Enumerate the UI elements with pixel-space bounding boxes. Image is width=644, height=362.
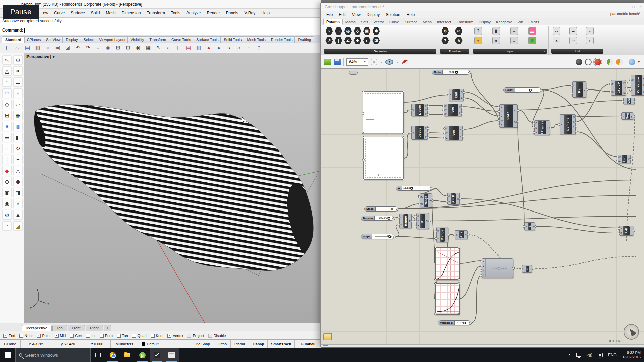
osnap-checkbox-project[interactable] [187, 334, 191, 338]
gh-tab-intersect[interactable]: Intersect [434, 19, 454, 25]
gh-group-label-geometry[interactable]: Geometry [324, 49, 436, 54]
preview-eye-icon[interactable]: ● [385, 59, 393, 65]
rhino-toolbar-tab-curve-tools[interactable]: Curve Tools [168, 36, 194, 43]
recording-pause-overlay[interactable]: Pause [3, 5, 39, 19]
osnap-cen[interactable]: Cen [70, 334, 82, 338]
port-t[interactable]: t [623, 86, 625, 89]
port-C[interactable]: C [612, 90, 614, 93]
graph-handle[interactable] [434, 313, 436, 315]
port-y[interactable]: y [631, 115, 632, 117]
new-file-icon[interactable]: ▯ [3, 44, 11, 52]
gh-node-a-b[interactable]: ABA×BR [447, 193, 460, 205]
osnap-checkbox-near[interactable] [19, 334, 23, 338]
gh-tab-lmnts[interactable]: LMNts [526, 19, 542, 25]
port-A2[interactable]: A2 [514, 121, 517, 123]
task-view-button[interactable] [91, 348, 105, 362]
port-Te[interactable]: Te [500, 119, 503, 122]
sketch-handle[interactable] [402, 179, 404, 180]
ramp-tool-icon[interactable]: ◢ [13, 221, 23, 231]
gh-palette-icon-input-1-1[interactable]: ● [492, 37, 500, 44]
gh-node-devec[interactable]: VDeVecXYZ [411, 104, 428, 116]
gh-node-a-b[interactable]: ABA-BR [619, 226, 633, 236]
status-cell-cplane[interactable]: CPlane [0, 340, 21, 348]
slider-knob[interactable] [463, 322, 466, 324]
port-P[interactable]: P [561, 123, 562, 126]
taskbar-file-explorer[interactable] [120, 348, 135, 362]
port-t[interactable]: t [573, 92, 575, 95]
port-V[interactable]: V [412, 132, 414, 134]
gh-wire[interactable] [399, 204, 420, 209]
fillet-tool-icon[interactable]: ⊕ [2, 177, 12, 187]
port-C[interactable]: C [535, 122, 537, 124]
align-tool-icon[interactable]: △ [13, 166, 23, 176]
port-x[interactable]: x [456, 234, 458, 236]
gh-small-pill-node[interactable] [349, 71, 358, 75]
gh-wire[interactable] [471, 72, 499, 125]
gh-menu-solution[interactable]: Solution [383, 12, 403, 18]
taskbar-chrome[interactable] [105, 348, 120, 362]
osnap-perp[interactable]: Perp [100, 334, 113, 338]
slider-track[interactable]: 0.461 [445, 70, 467, 74]
gh-palette-icon-util-0-0[interactable]: ●● [553, 27, 560, 35]
gumball-tool-icon[interactable]: ◆ [2, 166, 12, 176]
gh-node-curvature[interactable]: CtCurvatureFCK [631, 75, 644, 96]
gh-wire[interactable] [464, 92, 499, 107]
zoom-extents-icon[interactable]: ⊡ [124, 44, 132, 52]
rhino-menu-panels[interactable]: Panels [223, 9, 241, 17]
rhino-toolbar-tab-standard[interactable]: Standard [2, 36, 25, 43]
rhino-toolbar-tab-visibility[interactable]: Visibility [127, 36, 148, 43]
gh-palette-icon-primitive-0-0[interactable]: ⊘ [441, 27, 449, 35]
port-P[interactable]: P [612, 83, 614, 85]
polyline-tool-icon[interactable]: △ [2, 66, 12, 76]
properties-icon[interactable]: ▥ [195, 44, 203, 52]
osnap-checkbox-mid[interactable]: ✓ [55, 334, 59, 338]
osnap-checkbox-perp[interactable] [100, 334, 104, 338]
slider-track[interactable]: 6 [518, 88, 538, 92]
gh-group-label-primitive[interactable]: Primitive [440, 49, 469, 54]
gh-node--[interactable]: × [522, 265, 532, 273]
layers-icon[interactable]: ▤ [184, 44, 193, 52]
port-Y[interactable]: Y [445, 109, 447, 111]
new-viewport-tab-button[interactable]: + [104, 325, 111, 331]
port-R[interactable]: R [631, 230, 632, 232]
extrude-tool-icon[interactable]: ◧ [13, 132, 23, 142]
sketch-brush-icon[interactable] [402, 60, 409, 64]
gh-node-pt[interactable]: XYZPtPt [416, 213, 429, 229]
port-Y[interactable]: Y [425, 131, 427, 134]
osnap-int[interactable]: Int [86, 334, 95, 338]
rhino-menu-dimension[interactable]: Dimension [119, 9, 144, 17]
port-Z[interactable]: Z [417, 225, 419, 227]
port-Y[interactable]: Y [573, 126, 575, 128]
gh-wire[interactable] [432, 188, 447, 196]
save-document-icon[interactable] [334, 59, 341, 65]
port-P[interactable]: P [623, 82, 625, 84]
rhino-toolbar-tab-solid-tools[interactable]: Solid Tools [220, 36, 245, 43]
slider-knob[interactable] [388, 235, 391, 238]
gh-node-rail[interactable]: CtRailC [572, 81, 586, 98]
rhino-command-input[interactable]: Command: [0, 25, 321, 35]
gh-sketch-container[interactable] [363, 91, 404, 133]
osnap-mid[interactable]: ✓Mid [55, 334, 66, 338]
gh-wire[interactable] [396, 236, 436, 238]
port-C[interactable]: C [573, 84, 575, 87]
split-tool-icon[interactable]: ◨ [13, 188, 23, 198]
graph-handle[interactable] [458, 247, 460, 249]
rhino-toolbar-tab-render-tools[interactable]: Render Tools [268, 36, 296, 43]
osnap-knot[interactable]: Knot [151, 334, 164, 338]
gh-palette-icon-util-1-2[interactable]: ♦ [586, 37, 594, 44]
gh-wire[interactable] [535, 226, 619, 233]
check-tool-icon[interactable]: √ [13, 199, 23, 209]
gh-tab-vector[interactable]: Vector [371, 19, 387, 25]
gh-node-abs[interactable]: xAbsy [455, 230, 468, 239]
rhino-toolbar-tab-mesh-tools[interactable]: Mesh Tools [244, 36, 269, 43]
port-x[interactable]: x [483, 260, 484, 262]
line-tool-icon[interactable]: + [13, 88, 23, 98]
port-X[interactable]: X [417, 215, 419, 217]
gh-palette-icon-util-0-2[interactable]: ● [586, 27, 594, 35]
viewport-tab-right[interactable]: Right [86, 325, 103, 331]
gh-palette-icon-geometry-0-5[interactable]: ✱ [372, 27, 380, 35]
gh-slider-a[interactable]: A15.525 [396, 186, 431, 191]
port-E[interactable]: E [500, 115, 503, 117]
gh-graph-mapper[interactable] [435, 283, 460, 315]
rotate-tool-icon[interactable]: ↻ [13, 143, 23, 154]
